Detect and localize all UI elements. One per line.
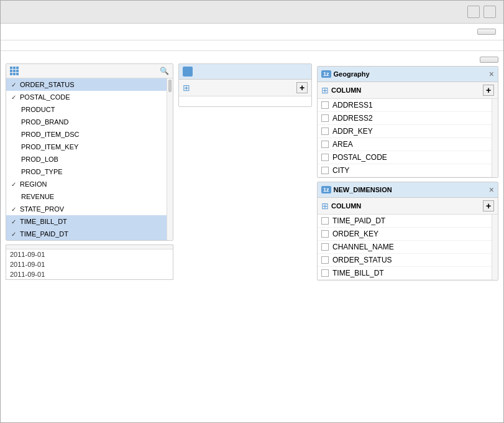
dim-items-inner: ADDRESS1ADDRESS2ADDR_KEYAREAPOSTAL_CODEC… — [318, 99, 492, 177]
dim-item-label: ADDRESS1 — [332, 101, 373, 109]
source-item-label: PROD_ITEM_KEY — [21, 143, 78, 151]
dim-item: AREA — [318, 138, 492, 151]
dim-table: 1z NEW_DIMENSION × ⊞ COLUMN + TIME_PAID_… — [317, 182, 498, 281]
source-list-item[interactable]: ✓TIME_BILL_DT — [6, 215, 167, 228]
source-list-item[interactable]: ✓STATE_PROV — [6, 203, 167, 215]
dim-item-checkbox[interactable] — [321, 101, 329, 109]
dim-item-label: POSTAL_CODE — [332, 153, 387, 162]
dim-col-icon: ⊞ — [321, 85, 329, 95]
dim-item-checkbox[interactable] — [321, 141, 329, 148]
dim-col-label: COLUMN — [331, 202, 480, 210]
dim-item-label: CITY — [332, 166, 349, 175]
title-bar-actions — [467, 6, 496, 18]
fact-badge — [183, 67, 193, 77]
dim-add-col-button[interactable]: + — [483, 85, 494, 96]
description — [1, 40, 503, 51]
source-list-item[interactable]: ✓POSTAL_CODE — [6, 91, 167, 103]
dim-add-col-button[interactable]: + — [483, 200, 494, 212]
check-mark: ✓ — [11, 218, 16, 225]
check-mark: ✓ — [11, 94, 16, 101]
fact-add-col-button[interactable]: + — [296, 82, 308, 93]
source-list-item[interactable]: PRODUCT — [6, 103, 167, 116]
dim-item-checkbox[interactable] — [321, 269, 329, 277]
dim-item-checkbox[interactable] — [321, 167, 329, 174]
source-table-box: 🔍 ✓ORDER_STATUS✓POSTAL_CODEPRODUCTPROD_B… — [6, 63, 173, 241]
dim-item: ORDER_KEY — [318, 228, 492, 241]
check-mark: ✓ — [11, 81, 16, 88]
source-panel-header — [6, 56, 173, 61]
dim-item-checkbox[interactable] — [321, 114, 329, 122]
dialog: 🔍 ✓ORDER_STATUS✓POSTAL_CODEPRODUCTPROD_B… — [0, 0, 504, 423]
source-list-item[interactable]: ✓TIME_PAID_DT — [6, 228, 167, 240]
dim-item-label: ADDR_KEY — [332, 127, 373, 136]
dimension-panel: 1z Geography × ⊞ COLUMN + ADDRESS1ADDRES… — [317, 56, 498, 417]
toolbar — [1, 24, 503, 40]
dim-item: ADDR_KEY — [318, 125, 492, 138]
dim-item-label: CHANNEL_NAME — [332, 243, 394, 251]
dim-item-checkbox[interactable] — [321, 256, 329, 264]
close-button[interactable] — [483, 6, 496, 18]
dim-col-label: COLUMN — [331, 86, 480, 94]
dim-badge: 1z — [321, 70, 331, 78]
source-item-label: STATE_PROV — [20, 205, 64, 213]
next-button[interactable] — [477, 29, 496, 35]
dim-scrollbar[interactable] — [492, 99, 498, 177]
source-list-item[interactable]: ✓REGION — [6, 178, 167, 190]
search-icon[interactable]: 🔍 — [160, 67, 169, 75]
source-list-item[interactable]: PROD_ITEM_DSC — [6, 128, 167, 141]
dim-col-row: ⊞ COLUMN + — [318, 198, 498, 215]
main-content: 🔍 ✓ORDER_STATUS✓POSTAL_CODEPRODUCTPROD_B… — [1, 51, 503, 422]
source-list-item[interactable]: REVENUE — [6, 190, 167, 203]
grid-icon — [10, 67, 19, 75]
dim-table-name: Geography — [334, 70, 487, 78]
dim-item-label: ORDER_STATUS — [332, 256, 392, 264]
dim-tables-section: 1z Geography × ⊞ COLUMN + ADDRESS1ADDRES… — [317, 66, 498, 284]
dim-item: TIME_PAID_DT — [318, 215, 492, 228]
dim-close-button[interactable]: × — [489, 69, 494, 79]
source-list-item[interactable]: PROD_BRAND — [6, 116, 167, 128]
source-item-label: TIME_BILL_DT — [20, 218, 67, 225]
fact-col-header-row: ⊞ + — [179, 80, 311, 96]
dim-item-checkbox[interactable] — [321, 154, 329, 161]
dim-item-checkbox[interactable] — [321, 217, 329, 225]
dim-item: CHANNEL_NAME — [318, 241, 492, 254]
dim-item: POSTAL_CODE — [318, 151, 492, 164]
preview-item: 2011-09-01 — [6, 249, 173, 259]
dim-close-button[interactable]: × — [489, 185, 494, 195]
dim-table-header: 1z NEW_DIMENSION × — [318, 182, 498, 198]
source-list-item[interactable]: PROD_TYPE — [6, 165, 167, 178]
fact-panel: ⊞ + — [178, 56, 312, 417]
source-list-item[interactable]: ✓ORDER_STATUS — [6, 78, 167, 91]
dim-scrollbar[interactable] — [492, 215, 498, 280]
dim-item: ADDRESS1 — [318, 99, 492, 112]
dim-table: 1z Geography × ⊞ COLUMN + ADDRESS1ADDRES… — [317, 66, 498, 178]
preview-item: 2011-09-01 — [6, 259, 173, 269]
preview-box: 2011-09-012011-09-012011-09-01 — [6, 244, 173, 280]
source-list-item[interactable]: PROD_ITEM_KEY — [6, 141, 167, 153]
dim-item-checkbox[interactable] — [321, 243, 329, 251]
source-item-label: REGION — [20, 180, 47, 188]
dim-badge: 1z — [321, 186, 331, 193]
dim-items: ADDRESS1ADDRESS2ADDR_KEYAREAPOSTAL_CODEC… — [318, 99, 498, 177]
fact-panel-header — [178, 56, 312, 61]
fact-col-icon: ⊞ — [183, 83, 190, 93]
source-item-label: TIME_PAID_DT — [20, 230, 68, 238]
dim-item-label: AREA — [332, 140, 353, 149]
source-scrollbar[interactable] — [167, 78, 173, 240]
dim-panel-header — [317, 56, 480, 61]
check-mark: ✓ — [11, 231, 16, 238]
help-button[interactable] — [467, 6, 480, 18]
dim-col-row: ⊞ COLUMN + — [318, 82, 498, 99]
dim-add-button[interactable] — [480, 57, 498, 63]
dim-item-checkbox[interactable] — [321, 230, 329, 238]
dim-item-label: TIME_BILL_DT — [332, 269, 384, 277]
dim-table-name: NEW_DIMENSION — [334, 186, 487, 193]
source-list-item[interactable]: PROD_LOB — [6, 153, 167, 165]
dim-item-label: ORDER_KEY — [332, 230, 378, 238]
source-panel: 🔍 ✓ORDER_STATUS✓POSTAL_CODEPRODUCTPROD_B… — [6, 56, 173, 417]
dim-item-checkbox[interactable] — [321, 128, 329, 135]
dim-item-label: TIME_PAID_DT — [332, 216, 385, 225]
preview-item: 2011-09-01 — [6, 269, 173, 279]
check-mark: ✓ — [11, 181, 16, 188]
source-item-label: PROD_BRAND — [21, 118, 68, 126]
